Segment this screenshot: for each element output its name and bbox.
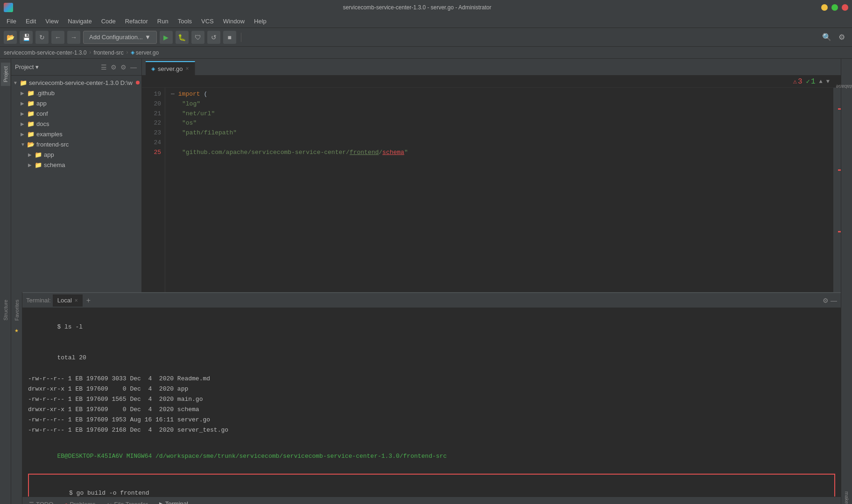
favorites-tab[interactable]: Favorites — [12, 296, 21, 324]
error-mark-3 — [838, 231, 841, 232]
side-tab-project[interactable]: Project — [1, 63, 10, 86]
terminal-tab-close[interactable]: × — [75, 297, 78, 304]
editor-tabs: ◈ server.go × — [142, 59, 841, 76]
tab-go-icon: ◈ — [151, 66, 155, 72]
terminal-content[interactable]: $ ls -l total 20 -rw-r--r-- 1 EB 197609 … — [22, 308, 841, 497]
line-num-24: 24 — [142, 138, 161, 148]
make-side-panel: make — [841, 292, 852, 504]
term-ls-cmd: $ ls -l — [28, 312, 835, 343]
breadcrumb: servicecomb-service-center-1.3.0 › front… — [0, 47, 852, 59]
editor-scrollbar[interactable] — [833, 88, 841, 292]
tree-item-docs[interactable]: ▶ 📁 docs — [11, 119, 141, 129]
menu-window[interactable]: Window — [218, 16, 249, 27]
code-header-strip: ⚠ 3 ✓ 1 ▲ ▼ — [142, 76, 841, 88]
menu-file[interactable]: File — [2, 16, 21, 27]
nav-down-arrow[interactable]: ▼ — [826, 78, 830, 85]
menu-navigate[interactable]: Navigate — [63, 16, 96, 27]
add-configuration-button[interactable]: Add Configuration... ▼ — [83, 31, 157, 44]
side-tab-database[interactable]: Database — [832, 82, 852, 91]
line-numbers: 19 20 21 22 23 24 25 — [142, 88, 165, 292]
tree-item-github[interactable]: ▶ 📁 .github — [11, 88, 141, 98]
project-gear[interactable]: ⚙ — [120, 63, 127, 72]
breadcrumb-file[interactable]: ◈ server.go — [131, 49, 159, 56]
tree-item-frontend-src[interactable]: ▼ 📂 frontend-src — [11, 139, 141, 149]
sync-button[interactable]: ↻ — [35, 31, 49, 44]
menu-code[interactable]: Code — [97, 16, 120, 27]
favorites-side-panel: Favorites ★ — [11, 292, 22, 504]
toolbar-settings-button[interactable]: ⚙ — [835, 31, 848, 44]
project-settings[interactable]: ⚙ — [110, 63, 118, 72]
terminal-tabs: Terminal: Local × + ⚙ — — [22, 293, 841, 308]
menu-tools[interactable]: Tools — [173, 16, 197, 27]
bottom-panel: Terminal: Local × + ⚙ — $ ls -l total 20… — [22, 292, 841, 504]
tree-item-conf[interactable]: ▶ 📁 conf — [11, 108, 141, 119]
line-num-25: 25 — [142, 148, 161, 158]
coverage-button[interactable]: 🛡 — [191, 31, 204, 44]
project-collapse-all[interactable]: ☰ — [100, 63, 108, 72]
nav-up-arrow[interactable]: ▲ — [819, 78, 823, 85]
make-tab[interactable]: make — [842, 488, 852, 504]
term-build-cmd: $ go build -o frontend — [33, 477, 831, 497]
open-file-button[interactable]: 📂 — [4, 31, 17, 44]
error-mark-1 — [838, 108, 841, 110]
structure-tab[interactable]: Structure — [1, 296, 10, 324]
term-file-4: -rw-r--r-- 1 EB 197609 1953 Aug 16 16:11… — [28, 415, 835, 425]
toolbar-separator — [241, 33, 241, 42]
terminal-right-buttons: ⚙ — — [823, 297, 837, 304]
menu-run[interactable]: Run — [153, 16, 173, 27]
menu-refactor[interactable]: Refactor — [120, 16, 153, 27]
bottom-tab-todo[interactable]: ☰ TODO — [26, 499, 56, 504]
code-content[interactable]: ─ import ( "log" "net/url" "os" "p — [165, 88, 833, 292]
line-num-22: 22 — [142, 119, 161, 128]
run-button[interactable]: ▶ — [160, 31, 173, 44]
toolbar-search-button[interactable]: 🔍 — [820, 31, 833, 44]
bottom-tab-problems[interactable]: ● Problems — [62, 499, 98, 504]
term-total: total 20 — [28, 343, 835, 373]
bottom-layout: Structure Favorites ★ Terminal: Local × … — [0, 292, 852, 504]
breadcrumb-folder[interactable]: frontend-src — [94, 49, 124, 56]
problems-icon: ● — [64, 501, 68, 504]
window-controls[interactable]: ─ □ × — [821, 4, 848, 11]
forward-button[interactable]: → — [67, 31, 80, 44]
line-num-23: 23 — [142, 128, 161, 138]
back-button[interactable]: ← — [51, 31, 64, 44]
menu-vcs[interactable]: VCS — [197, 16, 218, 27]
terminal-settings-button[interactable]: ⚙ — [823, 297, 829, 304]
maximize-button[interactable]: □ — [831, 4, 838, 11]
tree-item-frontend-app[interactable]: ▶ 📁 app — [11, 149, 141, 160]
tree-item-examples[interactable]: ▶ 📁 examples — [11, 129, 141, 139]
minimize-button[interactable]: ─ — [821, 4, 828, 11]
project-close[interactable]: — — [129, 63, 138, 72]
tree-item-app[interactable]: ▶ 📁 app — [11, 98, 141, 108]
star-icon: ★ — [14, 326, 18, 334]
menu-edit[interactable]: Edit — [21, 16, 41, 27]
rerun-button[interactable]: ↺ — [207, 31, 220, 44]
go-file-icon: ◈ — [131, 49, 134, 56]
terminal-minimize-button[interactable]: — — [831, 297, 837, 304]
breadcrumb-project[interactable]: servicecomb-service-center-1.3.0 — [4, 49, 86, 56]
project-panel-title: Project ▾ — [15, 63, 98, 70]
code-line-20: "log" — [171, 99, 828, 109]
debug-button[interactable]: 🐛 — [176, 31, 189, 44]
close-button[interactable]: × — [842, 4, 848, 11]
error-count: ⚠ 3 — [793, 77, 803, 86]
bottom-tab-terminal[interactable]: ▶ Terminal — [156, 498, 191, 504]
terminal-tab-local[interactable]: Local × — [53, 294, 83, 307]
menu-help[interactable]: Help — [249, 16, 271, 27]
project-tree: ▼ 📁 servicecomb-service-center-1.3.0 D:\… — [11, 76, 141, 292]
warn-count: ✓ 1 — [806, 77, 816, 86]
terminal-error-box: $ go build -o frontend server.go:25:2: n… — [28, 474, 835, 497]
stop-button[interactable]: ■ — [223, 31, 236, 44]
terminal-icon: ▶ — [159, 501, 163, 504]
tab-close-button[interactable]: × — [185, 65, 189, 72]
menu-view[interactable]: View — [41, 16, 63, 27]
term-file-2: -rw-r--r-- 1 EB 197609 1565 Dec 4 2020 m… — [28, 394, 835, 405]
bottom-tab-file-transfer[interactable]: ↑↓ File Transfer — [104, 499, 151, 504]
toolbar-right-actions: 🔍 ⚙ — [820, 31, 848, 44]
terminal-add-button[interactable]: + — [84, 296, 92, 305]
tree-item-frontend-schema[interactable]: ▶ 📁 schema — [11, 160, 141, 170]
tree-root[interactable]: ▼ 📁 servicecomb-service-center-1.3.0 D:\… — [11, 77, 141, 88]
save-button[interactable]: 💾 — [20, 31, 33, 44]
term-file-3: drwxr-xr-x 1 EB 197609 0 Dec 4 2020 sche… — [28, 405, 835, 415]
editor-tab-server-go[interactable]: ◈ server.go × — [146, 61, 195, 75]
